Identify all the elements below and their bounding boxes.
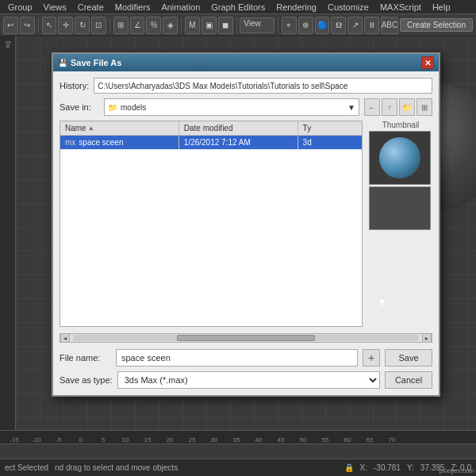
toolbar-layer[interactable]: ◈ bbox=[163, 17, 178, 34]
toolbar-undo[interactable]: ↩ bbox=[3, 17, 18, 34]
menu-create[interactable]: Create bbox=[73, 2, 109, 13]
file-type-cell: 3d bbox=[298, 136, 362, 149]
toolbar-sep4 bbox=[236, 17, 237, 33]
col-date[interactable]: Date modified bbox=[179, 121, 298, 135]
menu-animation[interactable]: Animation bbox=[156, 2, 205, 13]
go-back-btn[interactable]: ← bbox=[364, 98, 380, 116]
save-in-row: Save in: 📁 models ▼ ← ↑ 📁 ⊞ bbox=[60, 98, 432, 116]
timeline-area: -15 -10 -5 0 5 10 15 20 25 30 35 40 45 5… bbox=[0, 430, 476, 444]
tick-50: 50 bbox=[292, 436, 314, 443]
dialog-body: History: Save in: 📁 models ▼ ← ↑ bbox=[53, 71, 439, 395]
menu-graph-editors[interactable]: Graph Editors bbox=[206, 2, 270, 13]
tick--15: -15 bbox=[3, 436, 25, 443]
x-value: -30.781 bbox=[374, 463, 401, 472]
tick--5: -5 bbox=[48, 436, 70, 443]
tick-35: 35 bbox=[225, 436, 248, 443]
tick-20: 20 bbox=[159, 436, 181, 443]
saveas-label: Save as type: bbox=[60, 375, 113, 385]
tick-40: 40 bbox=[248, 436, 270, 443]
menu-rendering[interactable]: Rendering bbox=[271, 2, 321, 13]
tick-5: 5 bbox=[92, 436, 114, 443]
toolbar-btn-c[interactable]: 🔵 bbox=[315, 17, 330, 34]
tick-45: 45 bbox=[270, 436, 292, 443]
menu-help[interactable]: Help bbox=[428, 2, 455, 13]
main-toolbar: ↩ ↪ ↖ ✛ ↻ ⊡ ⊞ ∠ % ◈ M ▣ ◼ View ⌖ ⊕ 🔵 𝛀 ↗… bbox=[0, 14, 476, 36]
file-name-text: space sceen bbox=[79, 138, 123, 147]
toolbar-render[interactable]: ▣ bbox=[202, 17, 217, 34]
status-hint: nd drag to select and move objects bbox=[55, 463, 178, 472]
toolbar-angle[interactable]: ∠ bbox=[130, 17, 145, 34]
lock-icon: 🔒 bbox=[344, 463, 354, 472]
new-folder-btn[interactable]: 📁 bbox=[399, 98, 415, 116]
save-icon: 💾 bbox=[58, 59, 67, 67]
tick--10: -10 bbox=[25, 436, 48, 443]
timeline-ticks: -15 -10 -5 0 5 10 15 20 25 30 35 40 45 5… bbox=[3, 431, 473, 443]
view-dropdown[interactable]: View bbox=[240, 17, 274, 33]
tick-0: 0 bbox=[70, 436, 92, 443]
scroll-left-btn[interactable]: ◄ bbox=[60, 333, 70, 343]
tick-55: 55 bbox=[314, 436, 336, 443]
file-list[interactable]: Name ▲ Date modified Ty mx space sceen bbox=[60, 121, 363, 327]
toolbar-snap[interactable]: ⊞ bbox=[113, 17, 129, 34]
create-selection-button[interactable]: Create Selection bbox=[400, 18, 473, 32]
sort-arrow-icon: ▲ bbox=[88, 125, 94, 132]
saveas-dropdown[interactable]: 3ds Max (*.max) bbox=[117, 371, 380, 389]
toolbar-btn-a[interactable]: ⌖ bbox=[282, 17, 297, 34]
menu-views[interactable]: Views bbox=[39, 2, 71, 13]
col-type[interactable]: Ty bbox=[298, 121, 362, 135]
toolbar-btn-b[interactable]: ⊕ bbox=[298, 17, 313, 34]
toolbar-material[interactable]: M bbox=[185, 17, 200, 34]
filename-input[interactable] bbox=[116, 349, 358, 367]
status-bar: ect Selected nd drag to select and move … bbox=[0, 459, 476, 476]
status-text: ect Selected bbox=[5, 463, 48, 472]
tick-65: 65 bbox=[359, 436, 381, 443]
toolbar-percent[interactable]: % bbox=[146, 17, 161, 34]
view-options-btn[interactable]: ⊞ bbox=[416, 98, 432, 116]
left-sidebar-label: ic] bbox=[2, 40, 13, 49]
menu-customize[interactable]: Customize bbox=[323, 2, 374, 13]
tick-30: 30 bbox=[203, 436, 225, 443]
tick-15: 15 bbox=[136, 436, 159, 443]
menu-modifiers[interactable]: Modifiers bbox=[110, 2, 155, 13]
toolbar-redo[interactable]: ↪ bbox=[20, 17, 35, 34]
scroll-track[interactable] bbox=[73, 335, 419, 341]
col-name-label: Name bbox=[65, 124, 86, 132]
saveas-row: Save as type: 3ds Max (*.max) Cancel bbox=[60, 371, 432, 389]
dropdown-arrow-icon: ▼ bbox=[347, 103, 355, 112]
horizontal-scrollbar[interactable]: ◄ ► bbox=[60, 333, 432, 343]
history-input[interactable] bbox=[94, 78, 432, 94]
add-button[interactable]: + bbox=[363, 349, 380, 367]
filename-label: File name: bbox=[60, 353, 111, 363]
save-in-value: models bbox=[121, 103, 146, 112]
toolbar-btn-e[interactable]: ↗ bbox=[347, 17, 363, 34]
save-button[interactable]: Save bbox=[385, 349, 432, 367]
thumbnail-panel: Thumbnail bbox=[369, 121, 432, 327]
file-list-header: Name ▲ Date modified Ty bbox=[60, 121, 362, 136]
toolbar-rotate[interactable]: ↻ bbox=[75, 17, 90, 34]
save-in-dropdown[interactable]: 📁 models ▼ bbox=[104, 98, 359, 116]
toolbar-select[interactable]: ↖ bbox=[42, 17, 57, 34]
save-file-dialog: 💾 Save File As ✕ History: Save in: 📁 mod… bbox=[52, 52, 440, 397]
toolbar-sep3 bbox=[181, 17, 182, 33]
toolbar-btn-g[interactable]: ABC bbox=[381, 17, 398, 34]
menu-maxscript[interactable]: MAXScript bbox=[375, 2, 426, 13]
toolbar-btn-f[interactable]: ⏸ bbox=[364, 17, 379, 34]
history-label: History: bbox=[60, 81, 89, 90]
tick-70: 70 bbox=[381, 436, 403, 443]
col-name[interactable]: Name ▲ bbox=[60, 121, 179, 135]
toolbar-move[interactable]: ✛ bbox=[58, 17, 73, 34]
dialog-close-button[interactable]: ✕ bbox=[421, 56, 434, 69]
toolbar-render2[interactable]: ◼ bbox=[218, 17, 233, 34]
watermark: pxleyes.com bbox=[440, 467, 474, 474]
toolbar-sep1 bbox=[38, 17, 39, 33]
up-folder-btn[interactable]: ↑ bbox=[382, 98, 397, 116]
scroll-thumb[interactable] bbox=[177, 335, 315, 341]
file-row[interactable]: mx space sceen 1/26/2012 7:12 AM 3d bbox=[60, 136, 362, 150]
menu-group[interactable]: Group bbox=[3, 2, 37, 13]
toolbar-scale[interactable]: ⊡ bbox=[91, 17, 106, 34]
scroll-right-btn[interactable]: ► bbox=[422, 333, 432, 343]
viewport[interactable]: 💾 Save File As ✕ History: Save in: 📁 mod… bbox=[16, 36, 476, 444]
filename-row: File name: + Save bbox=[60, 349, 432, 367]
toolbar-btn-d[interactable]: 𝛀 bbox=[331, 17, 346, 34]
cancel-button[interactable]: Cancel bbox=[385, 371, 432, 389]
